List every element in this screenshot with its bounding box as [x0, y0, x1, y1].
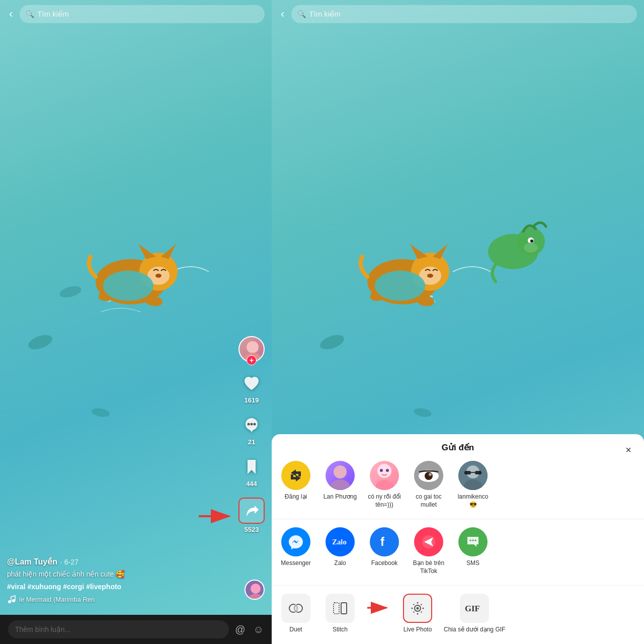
svg-text:f: f	[380, 535, 385, 548]
contact-name-cogai: co gai toc mullet	[411, 493, 447, 509]
search-placeholder: Tìm kiếm	[37, 10, 68, 19]
svg-point-77	[412, 608, 413, 609]
tool-name-livephoto: Live Photo	[404, 626, 432, 634]
apps-row: Messenger Zalo Zalo f Facebook	[272, 527, 644, 575]
action-buttons: + 1619 21	[238, 336, 265, 533]
svg-point-78	[423, 608, 424, 609]
svg-point-1	[91, 407, 110, 418]
share-icon-box	[238, 498, 265, 524]
red-arrow	[196, 506, 236, 528]
right-back-button[interactable]: ‹	[279, 6, 286, 23]
back-button[interactable]: ‹	[7, 6, 15, 23]
left-screen: ‹ 🔍 Tìm kiếm + 1619	[0, 0, 272, 644]
svg-point-45	[377, 464, 391, 478]
mention-icon[interactable]: @	[235, 624, 245, 635]
tool-duet[interactable]: Duet	[278, 594, 314, 634]
contact-avatar-cogai	[414, 461, 443, 490]
app-name-zalo: Zalo	[334, 559, 346, 568]
svg-point-15	[248, 423, 250, 426]
gif-icon-box: GIF	[460, 594, 489, 623]
svg-point-51	[425, 472, 433, 480]
author-date: · 6-27	[60, 558, 78, 566]
svg-point-75	[417, 602, 419, 604]
search-bar[interactable]: 🔍 Tìm kiếm	[20, 5, 265, 23]
svg-point-23	[251, 584, 261, 594]
contact-cony[interactable]: có ny rồi đổi tên=)))	[366, 461, 403, 509]
tool-name-duet: Duet	[289, 626, 302, 634]
svg-point-37	[427, 274, 433, 278]
contact-avatar-lan	[326, 461, 355, 490]
svg-rect-56	[464, 471, 471, 474]
svg-point-65	[474, 539, 476, 541]
music-name: le Mermaid (Marimba Ren	[19, 596, 95, 603]
sheet-close-button[interactable]: ×	[621, 442, 636, 457]
duet-icon-box	[281, 594, 310, 623]
app-name-messenger: Messenger	[281, 559, 310, 568]
app-messenger[interactable]: Messenger	[278, 527, 314, 575]
comment-input[interactable]: Thêm bình luận...	[8, 620, 229, 638]
svg-point-17	[254, 423, 256, 426]
follow-button[interactable]: +	[247, 355, 257, 365]
sms-icon	[458, 527, 488, 556]
repost-item[interactable]: Đăng lại	[278, 461, 314, 509]
divider2	[272, 585, 644, 586]
hashtags: #viral #xuhuong #corgi #livephoto	[7, 583, 236, 591]
svg-point-8	[155, 274, 162, 278]
tool-stitch[interactable]: Stitch	[322, 594, 358, 634]
messenger-icon	[281, 527, 310, 556]
like-count: 1619	[245, 396, 259, 404]
svg-point-46	[380, 469, 383, 472]
contact-lan-phuong[interactable]: Lan Phương	[322, 461, 358, 509]
svg-point-25	[318, 332, 346, 352]
zalo-icon: Zalo	[326, 527, 355, 556]
svg-point-74	[417, 607, 419, 610]
contact-avatar-cony	[370, 461, 399, 490]
share-button[interactable]: 5523	[238, 498, 265, 533]
stitch-icon-box	[326, 594, 355, 623]
tool-name-stitch: Stitch	[333, 626, 348, 634]
right-search-icon: 🔍	[297, 10, 306, 18]
svg-rect-69	[334, 603, 339, 614]
app-facebook[interactable]: f Facebook	[366, 527, 403, 575]
comment-button[interactable]: 21	[240, 414, 263, 446]
svg-point-31	[524, 243, 538, 253]
emoji-icon[interactable]: ☺	[254, 624, 264, 635]
contact-name-lan: Lan Phương	[324, 493, 357, 501]
svg-point-47	[386, 469, 389, 472]
like-button[interactable]: 1619	[240, 372, 263, 404]
svg-marker-6	[161, 244, 176, 259]
author-avatar[interactable]: +	[238, 336, 265, 362]
svg-point-22	[12, 599, 15, 602]
video-description: phát hiện một chiếc ảnh nền cute 🥰	[7, 570, 236, 580]
app-sms[interactable]: SMS	[455, 527, 491, 575]
svg-rect-70	[341, 603, 347, 614]
svg-point-43	[334, 465, 347, 478]
top-bar: ‹ 🔍 Tìm kiếm	[0, 0, 272, 28]
contact-cogai[interactable]: co gai toc mullet	[411, 461, 447, 509]
svg-point-0	[26, 332, 54, 352]
svg-point-21	[8, 600, 11, 603]
svg-point-68	[293, 604, 298, 612]
app-zalo[interactable]: Zalo Zalo	[322, 527, 358, 575]
share-count: 5523	[245, 526, 259, 533]
svg-point-11	[103, 271, 153, 301]
svg-point-40	[375, 271, 425, 301]
right-top-bar: ‹ 🔍 Tìm kiếm	[272, 0, 644, 28]
repost-label: Đăng lại	[285, 493, 307, 501]
mini-avatar	[245, 580, 265, 600]
app-tiktok-friends[interactable]: Bạn bè trên TikTok	[411, 527, 447, 575]
comment-count: 21	[248, 438, 255, 446]
tool-gif[interactable]: GIF Chia sẻ dưới dạng GIF	[444, 594, 505, 634]
bookmark-count: 444	[246, 480, 257, 488]
right-search-placeholder: Tìm kiếm	[309, 10, 340, 19]
svg-text:Zalo: Zalo	[332, 538, 347, 546]
svg-rect-57	[475, 471, 481, 474]
tool-livephoto[interactable]: Live Photo	[399, 594, 436, 634]
bookmark-button[interactable]: 444	[240, 456, 263, 488]
divider	[272, 519, 644, 519]
repost-icon	[281, 461, 310, 490]
livephoto-icon-box	[403, 594, 432, 623]
right-search-bar[interactable]: 🔍 Tìm kiếm	[291, 5, 637, 23]
contact-lanmiken[interactable]: lanmikenco 😎	[455, 461, 491, 509]
contact-name-cony: có ny rồi đổi tên=)))	[366, 493, 403, 509]
